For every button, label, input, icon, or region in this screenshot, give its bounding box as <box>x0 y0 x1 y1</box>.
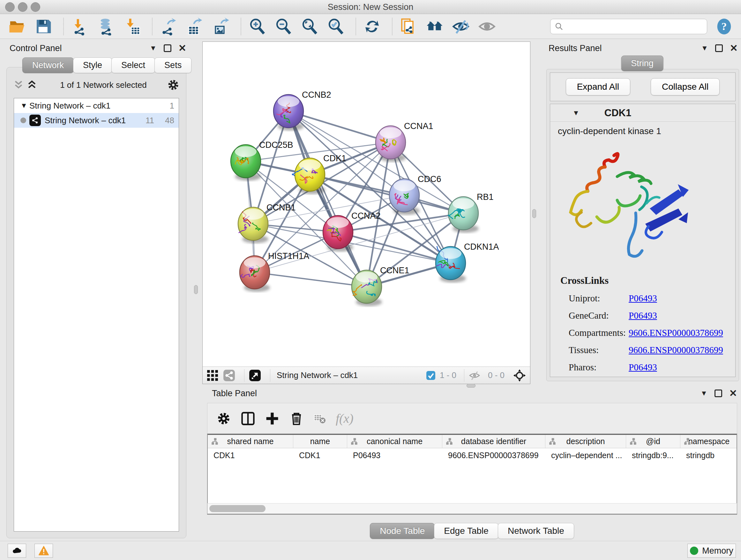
protein-section-header[interactable]: ▼ CDK1 <box>550 104 735 122</box>
delete-column-icon[interactable] <box>289 411 304 426</box>
network-options-gear-icon[interactable] <box>167 78 180 91</box>
save-session-icon[interactable] <box>35 17 52 36</box>
node-RB1[interactable]: RB1 <box>448 192 493 233</box>
hidden-eye-slash-icon[interactable] <box>469 370 480 381</box>
close-panel-icon[interactable]: ✕ <box>179 44 186 53</box>
node-CCNA2[interactable]: CCNA2 <box>323 211 381 252</box>
panel-menu-icon[interactable]: ▼ <box>700 389 708 397</box>
node-label-CDKN1A: CDKN1A <box>464 242 499 252</box>
panel-menu-icon[interactable]: ▼ <box>150 44 157 52</box>
import-network-database-icon[interactable] <box>97 17 115 36</box>
show-columns-icon[interactable] <box>241 411 255 426</box>
network-canvas[interactable]: CCNB2CCNA1CDC25BCDK1CDC6RB1CCNB1CCNA2CDK… <box>203 42 530 367</box>
export-network-icon[interactable] <box>159 17 178 36</box>
float-panel-icon[interactable] <box>715 44 723 52</box>
protein-description: cyclin-dependent kinase 1 <box>558 126 735 136</box>
delete-table-icon[interactable] <box>313 412 326 425</box>
column-header-name[interactable]: name <box>293 435 347 448</box>
node-CDKN1A[interactable]: CDKN1A <box>435 242 499 283</box>
tree-expand-icon[interactable]: ▼ <box>18 102 29 110</box>
memory-button[interactable]: Memory <box>687 544 736 558</box>
tab-sets[interactable]: Sets <box>154 57 192 73</box>
float-panel-icon[interactable] <box>164 44 172 52</box>
cloud-icon <box>11 545 22 556</box>
zoom-fit-icon[interactable] <box>300 17 319 36</box>
edge-CCNB2-CCNA1[interactable] <box>288 111 391 142</box>
create-column-icon[interactable] <box>265 411 280 426</box>
crosslink-link[interactable]: P06493 <box>629 362 657 373</box>
expand-all-icon[interactable] <box>26 80 37 90</box>
column-header-database-identifier[interactable]: database identifier <box>442 435 545 448</box>
column-header-namespace[interactable]: namespace <box>680 435 737 448</box>
show-all-eye-icon[interactable] <box>478 17 496 36</box>
help-button[interactable]: ? <box>716 18 733 35</box>
network-view-toolbar: String Network – cdk1 1 - 0 0 - 0 <box>203 367 530 384</box>
node-CCNA1[interactable]: CCNA1 <box>376 121 433 162</box>
cloud-status-button[interactable] <box>8 544 26 558</box>
collapse-all-button[interactable]: Collapse All <box>651 78 720 96</box>
column-header-shared-name[interactable]: shared name <box>208 435 293 448</box>
splitter-handle[interactable] <box>194 285 198 294</box>
close-panel-icon[interactable]: ✕ <box>730 44 738 53</box>
crosslink-link[interactable]: P06493 <box>629 310 657 321</box>
tab-network-table[interactable]: Network Table <box>498 523 574 539</box>
selected-checkbox-icon[interactable] <box>426 370 436 381</box>
close-panel-icon[interactable]: ✕ <box>729 388 737 398</box>
function-builder-icon[interactable]: f(x) <box>336 411 354 426</box>
refresh-view-icon[interactable] <box>363 17 381 36</box>
expand-all-button[interactable]: Expand All <box>566 78 630 96</box>
search-input[interactable] <box>564 20 703 33</box>
zoom-selected-icon[interactable] <box>327 17 345 36</box>
fit-selected-crosshair-icon[interactable] <box>513 369 526 382</box>
crosslink-link[interactable]: 9606.ENSP00000378699 <box>629 345 723 355</box>
node-CDC6[interactable]: CDC6 <box>389 174 441 215</box>
node-HIST1H1A[interactable]: HIST1H1A <box>240 251 309 292</box>
tab-edge-table[interactable]: Edge Table <box>434 523 498 539</box>
scrollbar-thumb[interactable] <box>209 505 266 512</box>
zoom-in-icon[interactable] <box>248 17 266 36</box>
string-home-icon[interactable] <box>426 17 444 36</box>
tab-style[interactable]: Style <box>73 57 112 73</box>
export-table-icon[interactable] <box>186 17 204 36</box>
birds-eye-grid-icon[interactable] <box>206 369 219 381</box>
tab-select[interactable]: Select <box>111 57 155 73</box>
results-panel: Results Panel ▼ ✕ String Expand All Coll… <box>543 42 741 382</box>
export-image-icon[interactable] <box>212 17 230 36</box>
column-header-description[interactable]: description <box>545 435 626 448</box>
zoom-out-icon[interactable] <box>274 17 292 36</box>
collapse-section-icon[interactable]: ▼ <box>572 109 580 117</box>
open-in-window-icon[interactable] <box>249 369 261 381</box>
node-label-CDC6: CDC6 <box>418 174 441 184</box>
import-network-icon[interactable] <box>71 17 89 36</box>
collapse-all-icon[interactable] <box>13 80 24 90</box>
collection-name: String Network – cdk1 <box>29 101 111 111</box>
node-CCNE1[interactable]: CCNE1 <box>352 266 409 306</box>
window-title: Session: New Session <box>0 2 741 12</box>
node-CCNB1[interactable]: CCNB1 <box>238 203 296 243</box>
crosslink-link[interactable]: P06493 <box>629 293 657 304</box>
node-CCNB2[interactable]: CCNB2 <box>273 90 331 131</box>
table-row[interactable]: CDK1CDK1P064939606.ENSP00000378699cyclin… <box>208 448 737 462</box>
crosslink-link[interactable]: 9606.ENSP00000378699 <box>629 327 723 338</box>
warnings-button[interactable] <box>35 544 53 558</box>
edge-CCNE1-HIST1H1A[interactable] <box>255 272 367 287</box>
tab-network[interactable]: Network <box>22 57 74 73</box>
splitter-handle[interactable] <box>532 209 536 218</box>
hide-selected-eye-icon[interactable] <box>452 17 470 36</box>
import-table-icon[interactable] <box>123 17 141 36</box>
node-CDC25B[interactable]: CDC25B <box>231 140 293 181</box>
float-panel-icon[interactable] <box>715 389 722 397</box>
network-collection-row[interactable]: ▼ String Network – cdk1 1 <box>14 98 179 113</box>
open-session-icon[interactable] <box>8 17 26 36</box>
table-horizontal-scrollbar[interactable] <box>207 503 737 514</box>
tab-node-table[interactable]: Node Table <box>370 523 434 539</box>
network-share-icon[interactable] <box>223 369 235 381</box>
table-options-gear-icon[interactable] <box>216 411 231 426</box>
column-header--id[interactable]: @id <box>626 435 680 448</box>
search-box[interactable] <box>550 19 707 34</box>
column-header-canonical-name[interactable]: canonical name <box>347 435 442 448</box>
network-row[interactable]: String Network – cdk1 11 48 <box>14 113 179 128</box>
string-import-icon[interactable] <box>400 17 417 36</box>
tab-string[interactable]: String <box>621 56 664 71</box>
panel-menu-icon[interactable]: ▼ <box>701 44 708 52</box>
